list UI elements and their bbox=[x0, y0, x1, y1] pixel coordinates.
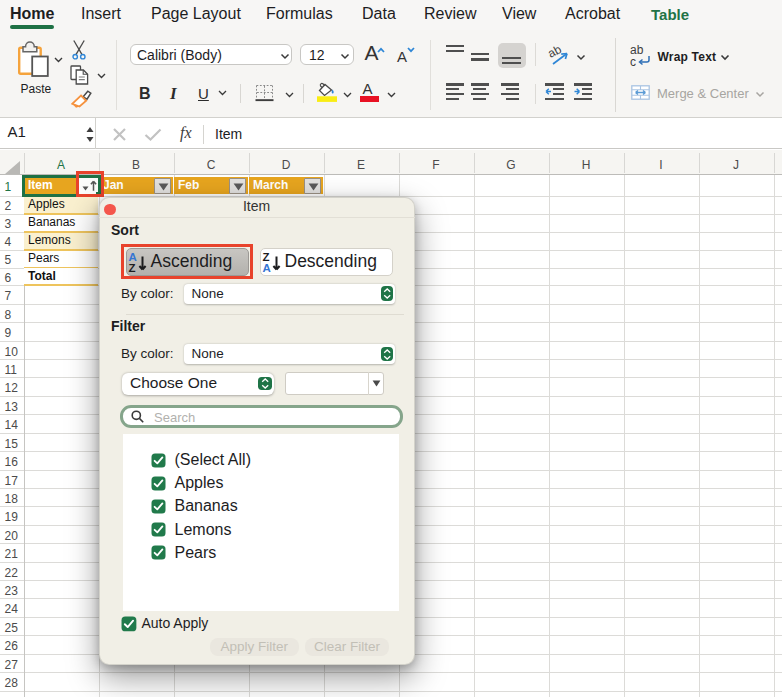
svg-text:A: A bbox=[262, 262, 270, 273]
svg-text:c: c bbox=[630, 55, 636, 68]
